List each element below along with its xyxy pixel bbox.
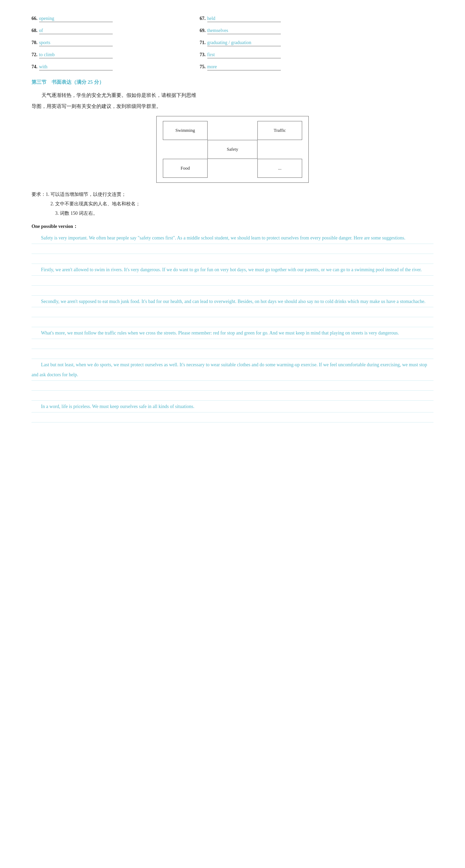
fill-row-5: 74. with 75. more bbox=[31, 64, 434, 70]
essay-para3-text: Secondly, we aren't supposed to eat much… bbox=[41, 299, 425, 304]
fill-item-72: 72. to climb bbox=[31, 52, 184, 58]
fill-item-66: 66. opening bbox=[31, 16, 184, 22]
mind-map-empty-top-center bbox=[207, 121, 258, 140]
mind-map-grid: Swimming Traffic Safety Food ... bbox=[163, 121, 302, 178]
number-66: 66. bbox=[31, 16, 37, 21]
fill-item-71: 71. graduating / graduation bbox=[200, 40, 352, 46]
answer-74: with bbox=[39, 64, 113, 70]
essay-para6: In a word, life is priceless. We must ke… bbox=[31, 402, 434, 412]
answer-75: more bbox=[207, 64, 281, 70]
number-70: 70. bbox=[31, 40, 37, 45]
fill-row-4: 72. to climb 73. first bbox=[31, 52, 434, 58]
essay-para4: What's more, we must follow the traffic … bbox=[31, 328, 434, 339]
number-67: 67. bbox=[200, 16, 206, 21]
mind-map-border: Swimming Traffic Safety Food ... bbox=[156, 116, 309, 183]
essay-blank-line-8 bbox=[31, 349, 434, 359]
answer-72: to climb bbox=[39, 52, 113, 58]
fill-row-2: 68. of 69. themselves bbox=[31, 28, 434, 34]
fill-item-73: 73. first bbox=[200, 52, 352, 58]
essay-blank-line-3 bbox=[31, 276, 434, 286]
fill-item-69: 69. themselves bbox=[200, 28, 352, 34]
answer-71: graduating / graduation bbox=[207, 40, 281, 46]
essay-para5-text: Last but not least, when we do sports, w… bbox=[31, 362, 427, 377]
answer-70: sports bbox=[39, 40, 113, 46]
fill-item-68: 68. of bbox=[31, 28, 184, 34]
number-74: 74. bbox=[31, 64, 37, 69]
req-item1: 1. 可以适当增加细节，以使行文连贯； bbox=[46, 192, 126, 197]
essay-blank-line-2 bbox=[31, 254, 434, 264]
essay-para2: Firstly, we aren't allowed to swim in ri… bbox=[31, 265, 434, 276]
essay-blank-line-11 bbox=[31, 412, 434, 423]
number-72: 72. bbox=[31, 52, 37, 58]
number-68: 68. bbox=[31, 28, 37, 33]
essay-para3: Secondly, we aren't supposed to eat much… bbox=[31, 297, 434, 307]
mind-map-empty-mid-right bbox=[258, 140, 302, 159]
essay-para5: Last but not least, when we do sports, w… bbox=[31, 360, 434, 381]
section3-title: 第三节 书面表达（满分 25 分） bbox=[31, 79, 434, 86]
mind-map-wrapper: Swimming Traffic Safety Food ... bbox=[31, 116, 434, 183]
number-73: 73. bbox=[200, 52, 206, 58]
req-label: 要求： bbox=[31, 192, 46, 197]
fill-item-67: 67. held bbox=[200, 16, 352, 22]
essay-para4-text: What's more, we must follow the traffic … bbox=[41, 330, 399, 336]
fill-item-75: 75. more bbox=[200, 64, 352, 70]
mind-map-safety: Safety bbox=[207, 140, 258, 159]
number-69: 69. bbox=[200, 28, 206, 33]
mind-map-food: Food bbox=[163, 159, 207, 178]
mind-map-empty-bot-center bbox=[207, 159, 258, 178]
number-71: 71. bbox=[200, 40, 206, 45]
number-75: 75. bbox=[200, 64, 206, 69]
essay-blank-line-6 bbox=[31, 317, 434, 327]
fill-item-70: 70. sports bbox=[31, 40, 184, 46]
essay-section: Safety is very important. We often hear … bbox=[31, 233, 434, 423]
req-item2: 2. 文中不要出现真实的人名、地名和校名； bbox=[31, 199, 434, 209]
essay-blank-line-7 bbox=[31, 339, 434, 349]
mind-map-swimming: Swimming bbox=[163, 121, 207, 140]
mind-map-traffic: Traffic bbox=[258, 121, 302, 140]
essay-blank-line-1 bbox=[31, 244, 434, 254]
essay-para6-text: In a word, life is priceless. We must ke… bbox=[41, 404, 195, 409]
essay-blank-line-9 bbox=[31, 381, 434, 391]
essay-blank-line-10 bbox=[31, 391, 434, 401]
answer-67: held bbox=[207, 16, 281, 22]
fill-item-74: 74. with bbox=[31, 64, 184, 70]
req-item3: 3. 词数 150 词左右。 bbox=[31, 209, 434, 218]
answer-73: first bbox=[207, 52, 281, 58]
mind-map-empty-mid-left bbox=[163, 140, 207, 159]
requirements-block: 要求：1. 可以适当增加细节，以使行文连贯； 2. 文中不要出现真实的人名、地名… bbox=[31, 190, 434, 218]
answer-68: of bbox=[39, 28, 113, 34]
answer-66: opening bbox=[39, 16, 113, 22]
fill-blanks-section: 66. opening 67. held 68. of 69. themselv… bbox=[31, 16, 434, 70]
mind-map-dots: ... bbox=[258, 159, 302, 178]
fill-row-1: 66. opening 67. held bbox=[31, 16, 434, 22]
req-label-and-item1: 要求：1. 可以适当增加细节，以使行文连贯； bbox=[31, 190, 434, 199]
essay-blank-line-4 bbox=[31, 286, 434, 296]
answer-69: themselves bbox=[207, 28, 281, 34]
instruction-line1: 天气逐渐转热，学生的安全尤为重要。假如你是班长，请根据下列思维 bbox=[31, 90, 434, 100]
essay-para1-line1: Safety is very important. We often hear … bbox=[31, 233, 434, 244]
essay-blank-line-5 bbox=[31, 307, 434, 317]
fill-row-3: 70. sports 71. graduating / graduation bbox=[31, 40, 434, 46]
one-possible-label: One possible version： bbox=[31, 223, 434, 229]
essay-para1-text: Safety is very important. We often hear … bbox=[41, 235, 405, 241]
essay-para2-text: Firstly, we aren't allowed to swim in ri… bbox=[41, 267, 422, 272]
instruction-line2: 导图，用英语写一则有关安全的建议，发到班级同学群里。 bbox=[31, 101, 434, 111]
